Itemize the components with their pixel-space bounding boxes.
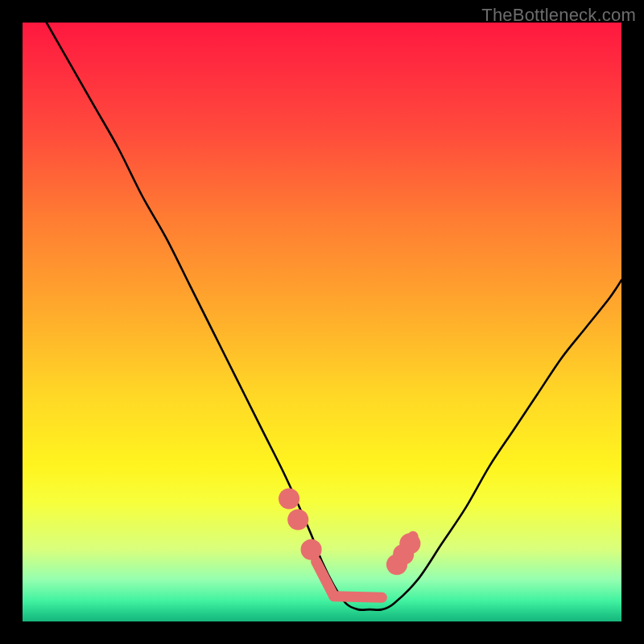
curve-marker — [301, 539, 322, 560]
curve-marker — [287, 509, 308, 530]
curve-marker — [399, 533, 420, 554]
chart-frame: TheBottleneck.com — [0, 0, 644, 644]
curve-markers — [279, 488, 420, 575]
watermark-text: TheBottleneck.com — [481, 5, 636, 26]
curve-marker — [279, 488, 299, 509]
plot-area — [23, 23, 621, 621]
highlight-segment — [334, 597, 382, 597]
bottleneck-curve — [47, 23, 621, 610]
curve-svg — [23, 23, 621, 621]
